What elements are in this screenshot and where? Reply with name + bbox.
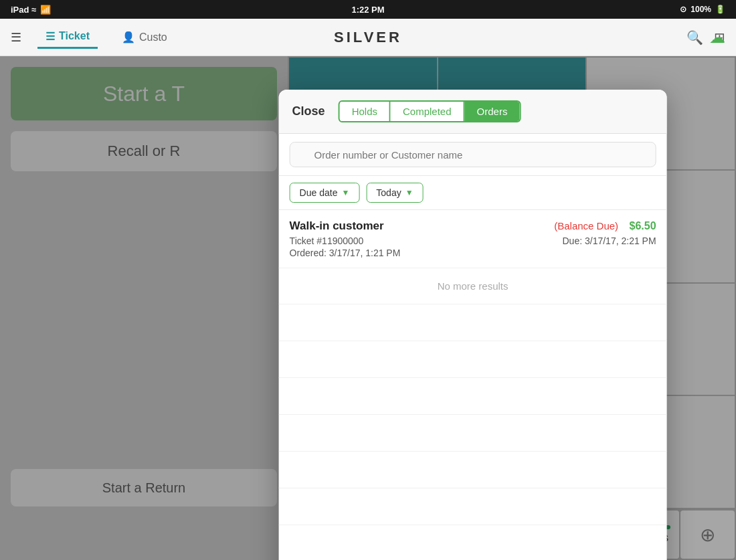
today-filter[interactable]: Today ▼ <box>366 183 423 203</box>
hamburger-icon[interactable]: ☰ <box>11 30 21 45</box>
top-nav: ☰ ☰ Ticket 👤 Custo SILVER 🔍 ⊞ ☁ <box>0 19 736 56</box>
empty-row <box>279 488 667 525</box>
modal-list: Walk-in customer (Balance Due) $6.50 Tic… <box>279 210 667 560</box>
nav-left: ☰ ☰ Ticket 👤 Custo <box>0 26 175 49</box>
battery-icon: 🔋 <box>715 5 725 14</box>
today-label: Today <box>376 187 401 198</box>
empty-row <box>279 415 667 452</box>
order-amount-group: (Balance Due) $6.50 <box>554 220 656 232</box>
order-amount: $6.50 <box>630 220 656 231</box>
ticket-tab[interactable]: ☰ Ticket <box>37 26 98 49</box>
search-icon[interactable]: 🔍 <box>686 29 703 45</box>
holds-tab[interactable]: Holds <box>340 102 391 121</box>
customer-label: Custo <box>139 31 167 43</box>
empty-row <box>279 378 667 415</box>
silver-logo: SILVER <box>334 29 402 46</box>
order-item-bottom: Ticket #11900000 Due: 3/17/17, 2:21 PM <box>290 236 656 246</box>
orders-tab-label: Orders <box>477 106 508 117</box>
status-bar: iPad ≈ 📶 1:22 PM ⊙ 100% 🔋 <box>0 0 736 19</box>
status-bar-left: iPad ≈ 📶 <box>11 5 51 15</box>
completed-tab[interactable]: Completed <box>391 102 465 121</box>
cloud-icon: ☁ <box>709 28 725 47</box>
ticket-label: Ticket <box>59 30 90 42</box>
ordered-date: Ordered: 3/17/17, 1:21 PM <box>290 248 656 258</box>
empty-row <box>279 452 667 488</box>
due-date-label: Due date <box>300 187 338 198</box>
nav-right: 🔍 ⊞ ☁ <box>686 29 736 45</box>
completed-tab-label: Completed <box>403 106 452 117</box>
order-item[interactable]: Walk-in customer (Balance Due) $6.50 Tic… <box>279 210 667 268</box>
empty-row <box>279 525 667 560</box>
main-content: Start a T Recall or R Start a Return AM … <box>0 56 736 560</box>
balance-due-label: (Balance Due) <box>554 220 618 231</box>
modal-header: Close Holds Completed Orders <box>279 90 667 134</box>
wifi-icon: 📶 <box>40 5 51 15</box>
modal-filters: Due date ▼ Today ▼ <box>279 176 667 210</box>
add-customer-icon: 👤 <box>122 31 135 43</box>
due-date-info: Due: 3/17/17, 2:21 PM <box>563 236 656 246</box>
modal-search: 🔍 <box>279 134 667 176</box>
due-date-arrow-icon: ▼ <box>341 188 349 197</box>
ticket-number: Ticket #11900000 <box>290 236 364 246</box>
orders-tab[interactable]: Orders <box>465 102 520 121</box>
order-item-top: Walk-in customer (Balance Due) $6.50 <box>290 219 656 233</box>
due-date-filter[interactable]: Due date ▼ <box>290 183 360 203</box>
nav-center: SILVER <box>334 29 402 46</box>
customer-name: Walk-in customer <box>290 219 384 233</box>
no-more-results: No more results <box>279 268 667 304</box>
battery-label: 100% <box>691 5 711 14</box>
orders-modal: Close Holds Completed Orders 🔍 <box>279 90 667 560</box>
search-wrapper: 🔍 <box>290 142 656 167</box>
close-button[interactable]: Close <box>292 102 325 121</box>
order-search-input[interactable] <box>290 142 656 167</box>
signal-icon: ⊙ <box>680 5 686 14</box>
empty-row <box>279 304 667 341</box>
status-bar-time: 1:22 PM <box>351 5 384 15</box>
customer-tab[interactable]: 👤 Custo <box>114 27 175 48</box>
holds-tab-label: Holds <box>352 106 377 117</box>
today-arrow-icon: ▼ <box>405 188 413 197</box>
app-container: ☰ ☰ Ticket 👤 Custo SILVER 🔍 ⊞ ☁ Start a … <box>0 19 736 560</box>
empty-row <box>279 341 667 378</box>
status-bar-right: ⊙ 100% 🔋 <box>680 5 725 14</box>
tab-group: Holds Completed Orders <box>339 100 521 122</box>
ipad-label: iPad ≈ <box>11 5 36 15</box>
ticket-icon: ☰ <box>45 30 55 43</box>
